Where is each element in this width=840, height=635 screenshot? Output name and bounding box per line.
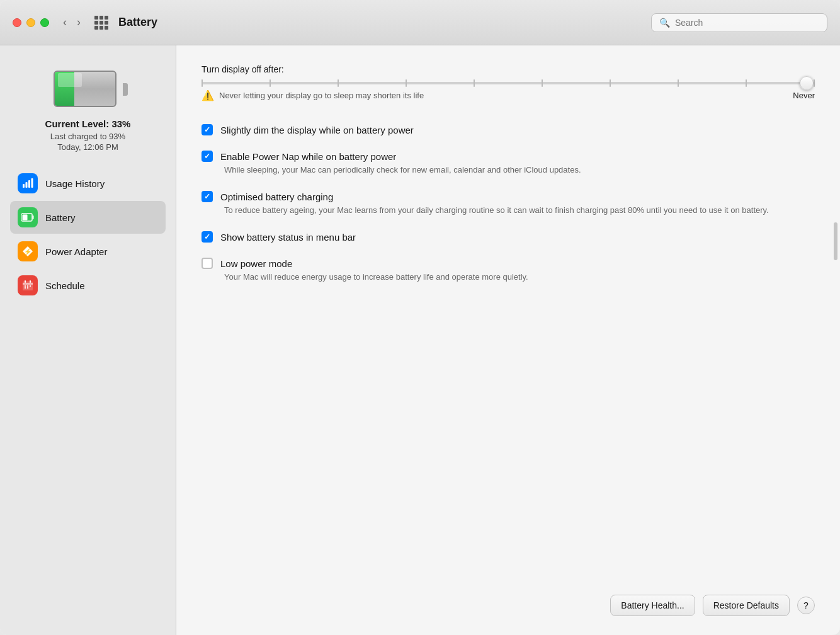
power-adapter-icon: ⚡ [18, 241, 38, 261]
slider-section: Turn display off after: [201, 64, 815, 101]
slider-label: Turn display off after: [201, 64, 815, 74]
search-input[interactable] [675, 18, 819, 28]
checkmark-power-nap: ✓ [204, 152, 210, 161]
slider-thumb[interactable] [800, 76, 814, 90]
setting-row-power-nap: ✓ Enable Power Nap while on battery powe… [201, 143, 815, 183]
checkbox-optimised-charging[interactable]: ✓ [201, 191, 213, 202]
slider-tick [338, 79, 339, 87]
sidebar-item-battery[interactable]: Battery [10, 201, 166, 234]
setting-main-optimised-charging: ✓ Optimised battery charging [201, 191, 815, 202]
setting-description-low-power: Your Mac will reduce energy usage to inc… [224, 272, 815, 283]
battery-health-button[interactable]: Battery Health... [610, 595, 695, 616]
sidebar-item-power-adapter[interactable]: ⚡ Power Adapter [10, 235, 166, 268]
battery-last-charged: Last charged to 93% [45, 132, 131, 141]
grid-dot [105, 16, 108, 20]
warning-icon: ⚠️ [201, 89, 214, 101]
svg-rect-16 [25, 287, 26, 289]
search-icon: 🔍 [659, 18, 670, 28]
main-content: Current Level: 33% Last charged to 93% T… [0, 45, 840, 635]
forward-button[interactable]: › [73, 13, 84, 31]
window: ‹ › Battery 🔍 [0, 0, 840, 635]
svg-rect-2 [28, 180, 30, 188]
setting-main-dim-display: ✓ Slightly dim the display while on batt… [201, 124, 815, 135]
checkbox-power-nap[interactable]: ✓ [201, 151, 213, 162]
sidebar-item-label-battery: Battery [45, 212, 76, 223]
svg-rect-11 [30, 280, 31, 283]
battery-icon-container [54, 71, 123, 108]
setting-row-low-power: Low power mode Your Mac will reduce ener… [201, 250, 815, 290]
slider-tick [678, 79, 679, 87]
battery-nav-icon [18, 207, 38, 227]
checkbox-dim-display[interactable]: ✓ [201, 124, 213, 135]
checkbox-low-power[interactable] [201, 258, 213, 269]
grid-dot [94, 26, 98, 30]
sidebar-item-label-schedule: Schedule [45, 280, 85, 291]
slider-container[interactable] [201, 82, 815, 84]
battery-body [54, 71, 116, 107]
restore-defaults-button[interactable]: Restore Defaults [703, 595, 790, 616]
svg-rect-3 [31, 178, 33, 188]
grid-dot [99, 16, 103, 20]
slider-value: Never [793, 91, 815, 100]
setting-main-low-power: Low power mode [201, 258, 815, 269]
svg-rect-10 [25, 280, 26, 283]
back-button[interactable]: ‹ [59, 13, 71, 31]
svg-rect-5 [33, 215, 34, 219]
setting-main-power-nap: ✓ Enable Power Nap while on battery powe… [201, 151, 815, 162]
sidebar-item-schedule[interactable]: Schedule [10, 269, 166, 302]
svg-rect-0 [23, 184, 25, 188]
slider-tick [201, 79, 203, 87]
setting-label-optimised-charging: Optimised battery charging [220, 192, 333, 202]
close-button[interactable] [13, 18, 21, 27]
apps-grid-icon[interactable] [94, 16, 108, 30]
svg-rect-17 [27, 287, 28, 289]
maximize-button[interactable] [40, 18, 49, 27]
checkmark-dim-display: ✓ [204, 125, 210, 134]
help-button[interactable]: ? [797, 597, 815, 614]
minimize-button[interactable] [26, 18, 35, 27]
svg-text:⚡: ⚡ [24, 248, 32, 256]
sidebar-nav: Usage History Battery [10, 167, 166, 302]
slider-warning-text: Never letting your display go to sleep m… [219, 91, 788, 100]
grid-dot [94, 16, 98, 20]
slider-ticks [201, 79, 815, 87]
grid-dot [99, 26, 103, 30]
grid-dot [99, 21, 103, 25]
slider-tick [746, 79, 747, 87]
bottom-bar: Battery Health... Restore Defaults ? [610, 595, 815, 616]
svg-rect-15 [30, 285, 31, 287]
svg-rect-12 [23, 283, 33, 285]
search-box[interactable]: 🔍 [651, 13, 827, 32]
titlebar: ‹ › Battery 🔍 [0, 0, 840, 45]
slider-warning: ⚠️ Never letting your display go to slee… [201, 89, 815, 101]
checkbox-show-status[interactable]: ✓ [201, 231, 213, 243]
sidebar: Current Level: 33% Last charged to 93% T… [0, 45, 176, 635]
traffic-lights [13, 18, 49, 27]
checkmark-show-status: ✓ [204, 232, 210, 241]
setting-description-power-nap: While sleeping, your Mac can periodicall… [224, 164, 815, 176]
setting-main-show-status: ✓ Show battery status in menu bar [201, 231, 815, 243]
setting-description-optimised-charging: To reduce battery ageing, your Mac learn… [224, 205, 815, 216]
battery-graphic [54, 71, 123, 108]
slider-tick [474, 79, 475, 87]
setting-label-power-nap: Enable Power Nap while on battery power [220, 151, 396, 162]
setting-row-dim-display: ✓ Slightly dim the display while on batt… [201, 117, 815, 143]
svg-rect-14 [27, 285, 28, 287]
scroll-indicator [834, 222, 837, 260]
sidebar-item-usage-history[interactable]: Usage History [10, 167, 166, 200]
setting-label-show-status: Show battery status in menu bar [220, 232, 356, 243]
battery-shine [58, 73, 82, 87]
sidebar-item-label-usage-history: Usage History [45, 178, 105, 189]
slider-tick [270, 79, 271, 87]
slider-tick [542, 79, 543, 87]
grid-dot [105, 21, 108, 25]
right-panel: Turn display off after: [176, 45, 840, 635]
svg-rect-6 [23, 215, 28, 220]
settings-section: ✓ Slightly dim the display while on batt… [201, 117, 815, 291]
usage-history-icon [18, 173, 38, 193]
battery-last-charged-time: Today, 12:06 PM [45, 142, 131, 152]
nav-buttons: ‹ › [59, 13, 84, 31]
checkmark-optimised-charging: ✓ [204, 192, 210, 201]
slider-tick [406, 79, 407, 87]
slider-tick [610, 79, 611, 87]
